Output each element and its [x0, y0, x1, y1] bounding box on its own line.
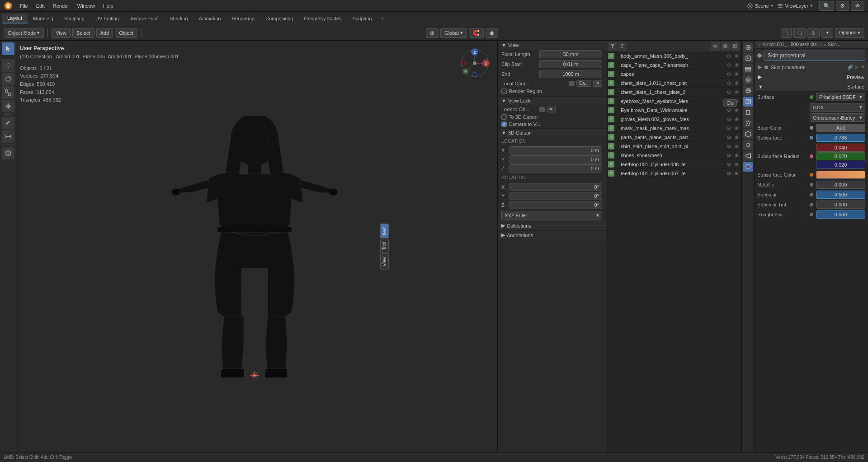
viewport-display-btn[interactable]: □ [781, 28, 792, 38]
item-eye-icon[interactable] [726, 62, 732, 68]
item-render-icon[interactable] [733, 62, 740, 68]
render-props-btn[interactable] [743, 42, 753, 52]
subsurface-value[interactable]: 0.786 [816, 134, 865, 142]
cursor-y-val[interactable]: 0 m [509, 155, 602, 163]
tab-texture-paint[interactable]: Texture Paint [124, 14, 164, 23]
item-render-icon[interactable] [733, 53, 740, 59]
subsurface-method-dropdown[interactable]: Christensen-Burley ▾ [810, 113, 865, 122]
select-tool-btn[interactable] [2, 42, 14, 55]
item-render-icon[interactable] [733, 161, 740, 168]
viewport-gizmo[interactable]: Z X Y [457, 45, 493, 81]
world-props-btn[interactable] [743, 86, 753, 96]
outliner-item[interactable]: ▽ cape_Plane_cape_Planemesh [606, 61, 741, 70]
tab-uv-editing[interactable]: UV Editing [90, 14, 124, 23]
outliner-item[interactable]: ▽ shoes_shoesmesh [606, 151, 741, 160]
item-render-icon[interactable] [733, 80, 740, 86]
item-eye-icon[interactable] [726, 143, 732, 149]
subsurface-r3[interactable]: 0.020 [816, 161, 865, 169]
item-render-icon[interactable] [733, 134, 740, 140]
n-tab-tool[interactable]: Tool [380, 238, 389, 253]
surface-section-header[interactable]: ▼ Surface [755, 82, 868, 92]
annotate-tool-btn[interactable] [2, 117, 14, 129]
tab-geometry-nodes[interactable]: Geometry Nodes [298, 14, 347, 23]
menu-render[interactable]: Render [49, 2, 73, 9]
n-tab-view[interactable]: View [380, 254, 389, 270]
data-props-btn[interactable] [743, 151, 753, 161]
tab-shading[interactable]: Shading [164, 14, 193, 23]
item-render-icon[interactable] [733, 71, 740, 77]
outliner-eye-icon[interactable] [711, 42, 720, 51]
tab-layout[interactable]: Layout [2, 14, 28, 23]
tab-rendering[interactable]: Rendering [226, 14, 260, 23]
lock-3dcursor-checkbox[interactable] [501, 114, 507, 120]
collections-header[interactable]: ▶ Collections ··· [498, 221, 606, 230]
breadcrumb-mat-name[interactable]: Skin... [828, 42, 840, 47]
subsurface-r1[interactable]: 0.040 [816, 144, 865, 152]
outliner-item[interactable]: ▽ Eye.brown_Data_Widowmake [606, 106, 741, 115]
item-render-icon[interactable] [733, 116, 740, 122]
outliner-item[interactable]: ▽ capee [606, 70, 741, 79]
menu-file[interactable]: File [16, 2, 32, 9]
render-icon-btn[interactable]: 🔍 [819, 1, 834, 11]
xray-btn[interactable]: ✦ [821, 28, 833, 38]
view-layer-props-btn[interactable] [743, 64, 753, 74]
roughness-value[interactable]: 0.500 [816, 210, 865, 219]
modifier-props-btn[interactable] [743, 107, 753, 117]
item-eye-icon[interactable] [726, 152, 732, 159]
item-eye-icon[interactable] [726, 71, 732, 77]
view-lock-header[interactable]: ▼ View Lock [498, 96, 606, 105]
physics-props-btn[interactable] [743, 129, 753, 139]
tab-modeling[interactable]: Modeling [28, 14, 59, 23]
object-icon-btn[interactable]: ⚙ [836, 1, 849, 11]
skin-copy-icon[interactable]: ⎘ [855, 65, 858, 70]
clip-end-value[interactable]: 1000 m [539, 70, 602, 78]
outliner-item[interactable]: ▽ chest_plate_1_chest_plate_2 [606, 88, 741, 97]
outliner-viewport-icon[interactable] [721, 42, 730, 51]
rot-y-val[interactable]: 0° [509, 192, 602, 200]
annotations-header[interactable]: ▶ Annotations [498, 230, 606, 239]
output-props-btn[interactable] [743, 53, 753, 63]
item-render-icon[interactable] [733, 89, 740, 95]
tab-animation[interactable]: Animation [193, 14, 226, 23]
outliner-item[interactable]: ▽ gloves_Mesh.002_gloves_Mes [606, 115, 741, 124]
object-props-btn[interactable] [743, 97, 753, 107]
item-eye-icon[interactable] [726, 125, 732, 131]
outliner-render-icon[interactable] [731, 42, 740, 51]
shader-dropdown[interactable]: Principled BSDF ▾ [816, 93, 865, 101]
shading-mode-btn[interactable]: ⬚ [793, 28, 806, 38]
item-eye-icon[interactable] [726, 134, 732, 140]
add-cube-btn[interactable] [2, 147, 14, 159]
outliner-filter-icon[interactable] [608, 42, 617, 51]
viewlayer-dropdown-icon[interactable]: ▾ [810, 3, 813, 9]
item-render-icon[interactable] [733, 143, 740, 149]
3d-viewport[interactable]: User Perspective (13) Collection | Arnol… [16, 41, 497, 452]
outliner-item[interactable]: ▽ parts_pants_plane_pants_part [606, 133, 741, 142]
cursor-section-header[interactable]: ▼ 3D Cursor [498, 128, 606, 137]
tab-scripting[interactable]: Scripting [347, 14, 377, 23]
view-icon-btn[interactable]: 👁 [851, 1, 864, 11]
focal-length-value[interactable]: 50 mm [539, 50, 602, 58]
cam-btn[interactable]: Ca... [576, 80, 591, 87]
transform-pivot-btn[interactable]: ⊕ [426, 28, 439, 38]
base-color-value[interactable]: Aütl [816, 124, 865, 132]
view-section-header[interactable]: ▼ View [498, 41, 606, 49]
outliner-item[interactable]: ▽ body_armor_Mesh.006_body_ [606, 51, 741, 61]
specular-value[interactable]: 0.500 [816, 191, 865, 199]
skin-close-icon[interactable]: ✕ [861, 65, 864, 70]
item-eye-icon[interactable] [726, 107, 732, 113]
preview-section-header[interactable]: ▶ Preview [755, 72, 868, 82]
outliner-item[interactable]: ▽ teethtop.001_Cylinder.007_te [606, 169, 741, 178]
item-eye-icon[interactable] [726, 170, 732, 177]
metallic-value[interactable]: 0.000 [816, 181, 865, 189]
tab-compositing[interactable]: Compositing [260, 14, 298, 23]
cam-close-btn[interactable]: ✕ [593, 80, 602, 87]
item-render-icon[interactable] [733, 107, 740, 113]
outliner-item[interactable]: ▽ teethtop.001_Cylinder.008_te [606, 160, 741, 169]
specular-tint-value[interactable]: 0.000 [816, 201, 865, 209]
item-eye-icon[interactable] [726, 116, 732, 122]
add-menu-btn[interactable]: Add [96, 28, 113, 38]
lock-obj-edit-btn[interactable]: ✏ [547, 106, 556, 112]
distribution-dropdown[interactable]: GGX ▾ [810, 103, 865, 112]
tab-sculpting[interactable]: Sculpting [59, 14, 90, 23]
breadcrumb-mesh-name[interactable]: Arnold.001_...006mesh.001 [763, 42, 818, 47]
